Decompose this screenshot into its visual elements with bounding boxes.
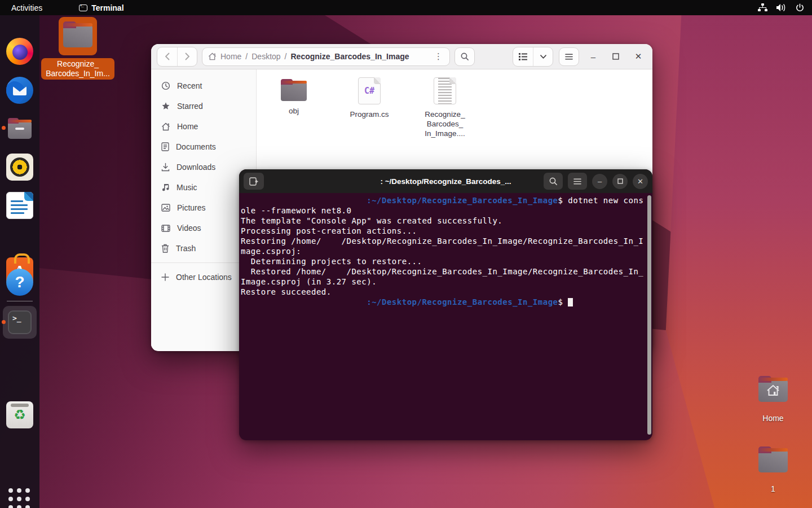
sidebar-label: Videos [177,224,201,233]
house-glyph [758,379,788,402]
terminal-line: ole --framework net8.0 [241,205,651,216]
view-options-chevron[interactable] [533,47,553,66]
terminal-line: The template "Console App" was created s… [241,216,651,226]
path-bar[interactable]: Home / Desktop / Recognize_Barcodes_In_I… [202,47,450,66]
terminal-search-button[interactable] [544,173,563,190]
dock-separator [7,301,33,301]
folder-icon [63,25,92,47]
speaker-shape [10,157,29,177]
plus-icon [161,273,169,281]
network-wired-icon[interactable] [758,3,767,12]
terminal-glyph: >_ [8,310,32,334]
file-label: Recognize_ Barcodes_ In_Image.... [425,110,465,138]
desktop: Activities Terminal [0,0,812,508]
show-applications-icon[interactable] [8,488,36,508]
text-file-icon [434,77,456,104]
libreoffice-writer-icon[interactable] [6,192,33,219]
desktop-icon-recognize-barcodes[interactable]: Recognize_ Barcodes_In_Im... [40,17,116,80]
help-icon[interactable]: ? [6,269,33,296]
sidebar-label: Recent [177,81,202,90]
lo-line [11,208,28,210]
sidebar-item-other-locations[interactable]: Other Locations [156,268,251,287]
folder-icon [281,82,307,101]
videos-icon [161,225,170,232]
sidebar-item-documents[interactable]: Documents [156,137,251,156]
search-button[interactable] [454,47,475,66]
volume-icon[interactable] [776,3,787,12]
desktop-icon-label: Home [758,413,788,424]
sidebar-item-music[interactable]: Music [156,178,251,197]
breadcrumb-current[interactable]: Recognize_Barcodes_In_Image [291,52,409,61]
thunderbird-icon[interactable] [6,77,33,104]
csharp-file-icon: C# [358,77,381,104]
file-item-program-cs[interactable]: C# Program.cs [338,77,401,119]
desktop-icon-label: Recognize_ Barcodes_In_Im... [41,58,114,80]
terminal-close-button[interactable]: ✕ [633,174,648,189]
cs-badge: C# [364,86,374,96]
sidebar-item-recent[interactable]: Recent [156,76,251,95]
sidebar-item-pictures[interactable]: Pictures [156,198,251,217]
lo-line [11,212,24,214]
list-view-button[interactable] [513,47,533,66]
sidebar-item-home[interactable]: Home [156,117,251,136]
terminal-line: Determining projects to restore... [241,256,651,266]
terminal-scrollbar[interactable] [647,195,651,435]
minimize-button[interactable]: – [585,48,602,65]
activities-button[interactable]: Activities [0,0,54,15]
focused-app-menu[interactable]: Terminal [79,3,123,12]
terminal-running-dot [2,320,6,324]
lo-line [11,204,28,206]
file-item-obj[interactable]: obj [262,77,325,116]
prompt-path: :~/Desktop/Recognize_Barcodes_In_Image [367,297,558,306]
terminal-maximize-button[interactable] [612,174,628,189]
sidebar-item-videos[interactable]: Videos [156,218,251,238]
folder-icon [758,450,788,472]
breadcrumb-home[interactable]: Home [220,52,241,61]
desktop-icon-folder-1[interactable]: 1 [735,442,811,495]
files-icon[interactable] [6,115,33,142]
terminal-line: Processing post-creation actions... [241,226,651,236]
terminal-line: :~/Desktop/Recognize_Barcodes_In_Image$ [241,297,651,307]
maximize-button[interactable] [607,48,624,65]
file-label: obj [289,106,299,116]
forward-button[interactable] [177,47,197,66]
back-button[interactable] [157,47,177,66]
sidebar-label: Starred [177,102,203,111]
terminal-output[interactable]: :~/Desktop/Recognize_Barcodes_In_Image$ … [239,193,652,440]
kebab-menu-icon[interactable]: ⋮ [433,51,444,62]
sidebar-label: Pictures [177,203,206,212]
trash-icon[interactable]: ♻ [6,401,33,428]
power-icon[interactable] [796,3,804,12]
terminal-line: Image.csproj (in 3.27 sec). [241,277,651,287]
breadcrumb-sep: / [285,52,287,61]
file-item-recognize-barcodes[interactable]: Recognize_ Barcodes_ In_Image.... [413,77,476,138]
breadcrumb-desktop[interactable]: Desktop [251,52,280,61]
terminal-line: Restore succeeded. [241,287,651,297]
desktop-icon-label: 1 [766,483,780,495]
terminal-headerbar: : ~/Desktop/Recognize_Barcodes_... – ✕ [239,169,652,193]
terminal-menu-button[interactable] [568,173,587,190]
recent-icon [161,81,170,90]
focused-app-label: Terminal [91,3,123,12]
sidebar-item-starred[interactable]: Starred [156,97,251,116]
files-folder-slot [15,128,24,130]
firefox-icon[interactable] [6,38,33,65]
terminal-app-icon [79,5,87,11]
breadcrumb-sep: / [245,52,248,61]
sidebar-label: Downloads [176,163,215,172]
view-toggle-group [513,47,553,67]
terminal-minimize-button[interactable]: – [592,174,607,189]
terminal-icon[interactable]: >_ [3,306,37,339]
files-running-dot [2,126,6,130]
close-button[interactable]: ✕ [630,48,647,65]
terminal-line: mage.csproj: [241,246,651,256]
rhythmbox-icon[interactable] [6,154,33,181]
home-icon [161,122,170,131]
desktop-icon-home[interactable]: Home [735,371,811,424]
terminal-line: :~/Desktop/Recognize_Barcodes_In_Image$ … [241,195,651,205]
new-tab-button[interactable] [244,173,264,190]
hamburger-menu-button[interactable] [559,47,579,66]
terminal-cursor [568,298,573,306]
sidebar-item-trash[interactable]: Trash [156,239,251,258]
sidebar-item-downloads[interactable]: Downloads [156,157,251,177]
